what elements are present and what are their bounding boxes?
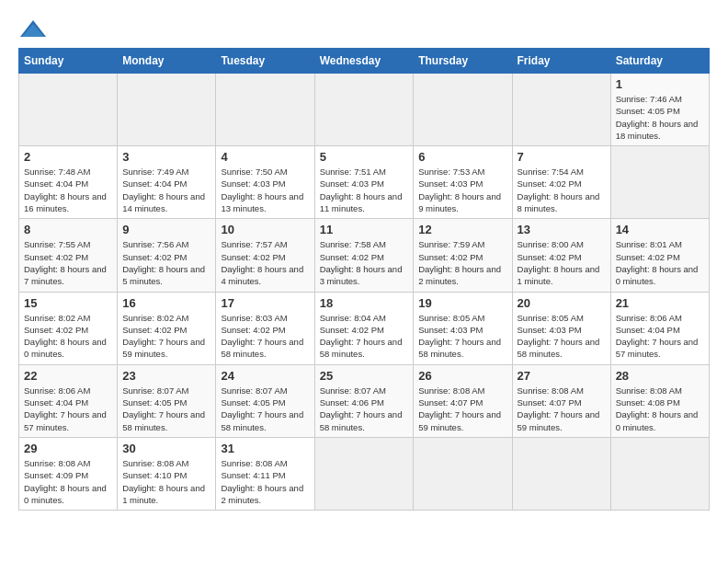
day-number: 11 — [320, 223, 409, 236]
day-info: Sunrise: 8:08 AMSunset: 4:07 PMDaylight:… — [418, 385, 506, 433]
calendar-cell-day-1: 1Sunrise: 7:46 AMSunset: 4:05 PMDaylight… — [610, 74, 709, 146]
day-info: Sunrise: 7:50 AMSunset: 4:03 PMDaylight:… — [221, 166, 309, 214]
day-info: Sunrise: 8:01 AMSunset: 4:02 PMDaylight:… — [616, 238, 704, 287]
day-info: Sunrise: 7:59 AMSunset: 4:02 PMDaylight:… — [418, 238, 506, 287]
calendar-cell-day-28: 28Sunrise: 8:08 AMSunset: 4:08 PMDayligh… — [610, 364, 709, 437]
calendar-week-row: 22Sunrise: 8:06 AMSunset: 4:04 PMDayligh… — [19, 364, 710, 437]
calendar-week-row: 8Sunrise: 7:55 AMSunset: 4:02 PMDaylight… — [19, 219, 710, 292]
calendar-cell-day-18: 18Sunrise: 8:04 AMSunset: 4:02 PMDayligh… — [314, 292, 414, 364]
day-number: 13 — [518, 223, 606, 236]
day-header-monday: Monday — [118, 49, 216, 74]
day-header-sunday: Sunday — [19, 49, 118, 74]
day-info: Sunrise: 8:08 AMSunset: 4:10 PMDaylight:… — [122, 457, 210, 506]
day-info: Sunrise: 8:03 AMSunset: 4:02 PMDaylight:… — [221, 312, 309, 361]
day-info: Sunrise: 8:08 AMSunset: 4:07 PMDaylight:… — [518, 385, 606, 433]
empty-cell — [314, 74, 414, 146]
calendar-cell-day-17: 17Sunrise: 8:03 AMSunset: 4:02 PMDayligh… — [216, 292, 314, 364]
day-header-tuesday: Tuesday — [216, 49, 314, 74]
calendar-cell-day-21: 21Sunrise: 8:06 AMSunset: 4:04 PMDayligh… — [610, 292, 709, 364]
day-info: Sunrise: 8:07 AMSunset: 4:05 PMDaylight:… — [122, 385, 210, 433]
day-number: 12 — [418, 223, 506, 236]
calendar-week-row: 2Sunrise: 7:48 AMSunset: 4:04 PMDaylight… — [19, 146, 710, 219]
day-number: 2 — [24, 150, 112, 164]
empty-cell — [216, 74, 314, 146]
calendar-table: SundayMondayTuesdayWednesdayThursdayFrid… — [18, 48, 710, 511]
calendar-week-row: 1Sunrise: 7:46 AMSunset: 4:05 PMDaylight… — [19, 74, 710, 146]
day-number: 15 — [24, 296, 112, 310]
empty-cell — [610, 437, 709, 510]
logo-icon — [18, 18, 48, 39]
day-number: 24 — [221, 369, 309, 383]
day-number: 31 — [221, 442, 309, 455]
calendar-cell-day-25: 25Sunrise: 8:07 AMSunset: 4:06 PMDayligh… — [314, 364, 414, 437]
empty-cell — [118, 74, 216, 146]
day-info: Sunrise: 7:48 AMSunset: 4:04 PMDaylight:… — [24, 166, 112, 214]
calendar-cell-day-22: 22Sunrise: 8:06 AMSunset: 4:04 PMDayligh… — [19, 364, 118, 437]
day-number: 6 — [418, 150, 506, 164]
day-info: Sunrise: 8:08 AMSunset: 4:08 PMDaylight:… — [616, 385, 704, 433]
calendar-cell-day-20: 20Sunrise: 8:05 AMSunset: 4:03 PMDayligh… — [512, 292, 610, 364]
calendar-cell-day-30: 30Sunrise: 8:08 AMSunset: 4:10 PMDayligh… — [118, 437, 216, 510]
day-number: 8 — [24, 223, 112, 236]
day-number: 16 — [122, 296, 210, 310]
day-number: 21 — [616, 296, 704, 310]
calendar-cell-day-27: 27Sunrise: 8:08 AMSunset: 4:07 PMDayligh… — [512, 364, 610, 437]
calendar-cell-day-12: 12Sunrise: 7:59 AMSunset: 4:02 PMDayligh… — [414, 219, 512, 292]
day-info: Sunrise: 7:53 AMSunset: 4:03 PMDaylight:… — [418, 166, 506, 214]
day-info: Sunrise: 7:46 AMSunset: 4:05 PMDaylight:… — [616, 93, 704, 142]
day-info: Sunrise: 8:00 AMSunset: 4:02 PMDaylight:… — [518, 238, 606, 287]
day-info: Sunrise: 7:57 AMSunset: 4:02 PMDaylight:… — [221, 238, 309, 287]
day-info: Sunrise: 8:04 AMSunset: 4:02 PMDaylight:… — [320, 312, 409, 361]
calendar-cell-day-9: 9Sunrise: 7:56 AMSunset: 4:02 PMDaylight… — [118, 219, 216, 292]
calendar-cell-day-26: 26Sunrise: 8:08 AMSunset: 4:07 PMDayligh… — [414, 364, 512, 437]
day-number: 26 — [418, 369, 506, 383]
day-number: 25 — [320, 369, 409, 383]
empty-cell — [414, 74, 512, 146]
day-info: Sunrise: 8:06 AMSunset: 4:04 PMDaylight:… — [24, 385, 112, 433]
day-number: 18 — [320, 296, 409, 310]
calendar-cell-day-13: 13Sunrise: 8:00 AMSunset: 4:02 PMDayligh… — [512, 219, 610, 292]
calendar-cell-day-3: 3Sunrise: 7:49 AMSunset: 4:04 PMDaylight… — [118, 146, 216, 219]
empty-cell — [512, 437, 610, 510]
day-number: 27 — [518, 369, 606, 383]
day-number: 1 — [616, 77, 704, 91]
day-header-friday: Friday — [512, 49, 610, 74]
day-header-wednesday: Wednesday — [314, 49, 414, 74]
day-info: Sunrise: 7:58 AMSunset: 4:02 PMDaylight:… — [320, 238, 409, 287]
day-number: 4 — [221, 150, 309, 164]
calendar-cell-day-2: 2Sunrise: 7:48 AMSunset: 4:04 PMDaylight… — [19, 146, 118, 219]
calendar-cell-day-23: 23Sunrise: 8:07 AMSunset: 4:05 PMDayligh… — [118, 364, 216, 437]
day-number: 22 — [24, 369, 112, 383]
calendar-cell-day-7: 7Sunrise: 7:54 AMSunset: 4:02 PMDaylight… — [512, 146, 610, 219]
calendar-cell-day-24: 24Sunrise: 8:07 AMSunset: 4:05 PMDayligh… — [216, 364, 314, 437]
day-header-thursday: Thursday — [414, 49, 512, 74]
calendar-cell-day-14: 14Sunrise: 8:01 AMSunset: 4:02 PMDayligh… — [610, 219, 709, 292]
calendar-cell-day-15: 15Sunrise: 8:02 AMSunset: 4:02 PMDayligh… — [19, 292, 118, 364]
day-info: Sunrise: 7:56 AMSunset: 4:02 PMDaylight:… — [122, 238, 210, 287]
day-number: 3 — [122, 150, 210, 164]
empty-cell — [610, 146, 709, 219]
day-number: 7 — [518, 150, 606, 164]
calendar-cell-day-31: 31Sunrise: 8:08 AMSunset: 4:11 PMDayligh… — [216, 437, 314, 510]
calendar-cell-day-29: 29Sunrise: 8:08 AMSunset: 4:09 PMDayligh… — [19, 437, 118, 510]
empty-cell — [512, 74, 610, 146]
day-info: Sunrise: 8:05 AMSunset: 4:03 PMDaylight:… — [518, 312, 606, 361]
day-number: 19 — [418, 296, 506, 310]
calendar-cell-day-11: 11Sunrise: 7:58 AMSunset: 4:02 PMDayligh… — [314, 219, 414, 292]
day-info: Sunrise: 8:07 AMSunset: 4:05 PMDaylight:… — [221, 385, 309, 433]
day-number: 30 — [122, 442, 210, 455]
day-number: 5 — [320, 150, 409, 164]
day-number: 14 — [616, 223, 704, 236]
day-number: 29 — [24, 442, 112, 455]
day-info: Sunrise: 8:02 AMSunset: 4:02 PMDaylight:… — [24, 312, 112, 361]
calendar-cell-day-4: 4Sunrise: 7:50 AMSunset: 4:03 PMDaylight… — [216, 146, 314, 219]
page-header — [18, 18, 710, 39]
day-info: Sunrise: 7:55 AMSunset: 4:02 PMDaylight:… — [24, 238, 112, 287]
day-info: Sunrise: 8:05 AMSunset: 4:03 PMDaylight:… — [418, 312, 506, 361]
calendar-week-row: 15Sunrise: 8:02 AMSunset: 4:02 PMDayligh… — [19, 292, 710, 364]
calendar-cell-day-6: 6Sunrise: 7:53 AMSunset: 4:03 PMDaylight… — [414, 146, 512, 219]
empty-cell — [19, 74, 118, 146]
calendar-header-row: SundayMondayTuesdayWednesdayThursdayFrid… — [19, 49, 710, 74]
day-number: 23 — [122, 369, 210, 383]
day-info: Sunrise: 8:02 AMSunset: 4:02 PMDaylight:… — [122, 312, 210, 361]
